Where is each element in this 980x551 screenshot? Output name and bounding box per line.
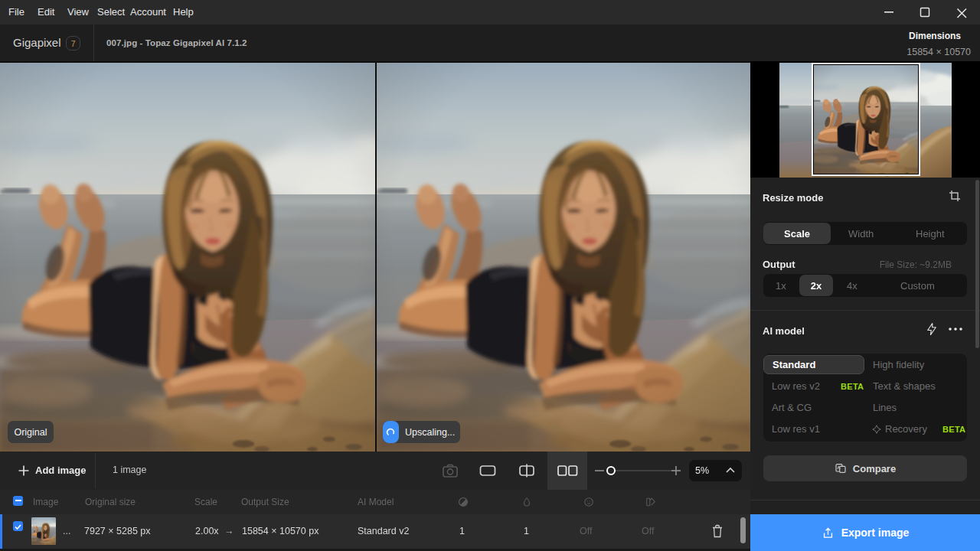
svg-text:A: A — [837, 465, 841, 470]
